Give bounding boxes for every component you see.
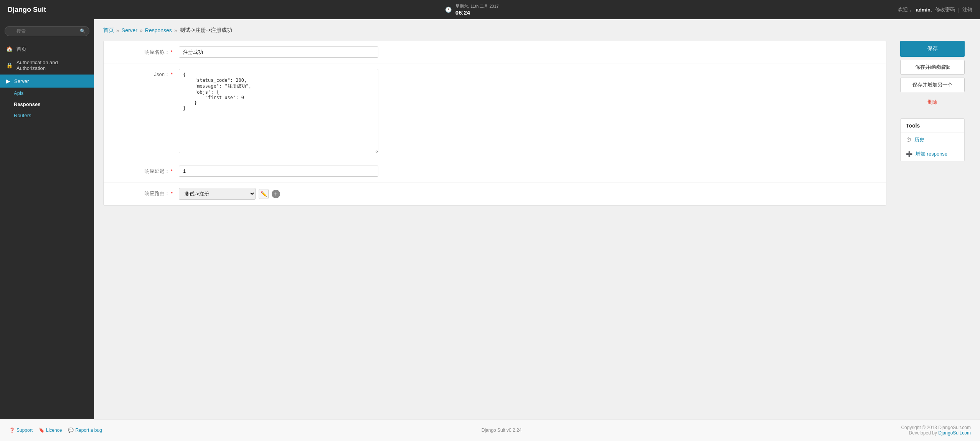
clock-icon: 🕐 <box>445 7 452 13</box>
delete-button[interactable]: 删除 <box>900 95 965 109</box>
save-continue-button[interactable]: 保存并继续编辑 <box>900 60 965 75</box>
separator: | <box>958 7 959 13</box>
form-row-delay: 响应延迟：* <box>104 160 886 182</box>
add-route-button[interactable]: + <box>272 190 280 198</box>
history-label: 历史 <box>914 136 924 143</box>
name-label: 响应名称：* <box>110 46 179 56</box>
breadcrumb-current: 测试->注册->注册成功 <box>180 27 233 34</box>
breadcrumb-sep3: » <box>174 27 177 33</box>
route-control: 测试->注册 ✏️ + <box>179 188 378 200</box>
route-label: 响应路由：* <box>110 188 179 197</box>
lock-icon: 🔒 <box>6 62 13 68</box>
sidebar-routers-label: Routers <box>14 113 31 118</box>
delay-label: 响应延迟：* <box>110 166 179 175</box>
save-add-button[interactable]: 保存并增加另一个 <box>900 78 965 92</box>
server-chevron-icon: ▶ <box>6 78 10 84</box>
name-control <box>179 46 378 58</box>
footer: ❓ Support 🔖 Licence 💬 Report a bug Djang… <box>0 419 980 441</box>
sidebar-sub-item-responses[interactable]: Responses <box>0 99 94 110</box>
report-bug-link[interactable]: 💬 Report a bug <box>68 428 102 433</box>
licence-icon: 🔖 <box>39 428 45 433</box>
add-response-link[interactable]: ➕ 增加 response <box>901 147 964 161</box>
add-response-icon: ➕ <box>906 151 912 157</box>
sidebar-home-label: 首页 <box>16 46 26 53</box>
sidebar-apis-label: Apis <box>14 90 23 96</box>
form-section: 响应名称：* Json：* <box>103 41 886 206</box>
sidebar-responses-label: Responses <box>14 101 40 107</box>
name-input[interactable] <box>179 46 378 58</box>
header-date: 星期六, 11th 二月 2017 <box>455 3 499 9</box>
sidebar-search-area: 🔍 <box>0 23 94 39</box>
change-password-link[interactable]: 修改密码 <box>935 6 955 13</box>
delay-required: * <box>171 168 173 174</box>
sidebar-item-auth[interactable]: 🔒 Authentication and Authorization <box>0 56 94 75</box>
header-right: 欢迎， admin. 修改密码 | 注销 <box>898 6 972 13</box>
delay-input[interactable] <box>179 166 378 177</box>
sidebar-sub-item-apis[interactable]: Apis <box>0 88 94 99</box>
licence-link[interactable]: 🔖 Licence <box>39 428 62 433</box>
search-icon: 🔍 <box>80 28 86 34</box>
sidebar-auth-label: Authentication and Authorization <box>16 60 88 71</box>
right-sidebar: 保存 保存并继续编辑 保存并增加另一个 删除 Tools ⏱ 历史 ➕ 增加 r… <box>894 41 971 161</box>
logout-link[interactable]: 注销 <box>962 6 972 13</box>
content-wrapper: 响应名称：* Json：* <box>103 41 971 206</box>
welcome-text: 欢迎， <box>898 6 913 13</box>
main-layout: 🔍 🏠 首页 🔒 Authentication and Authorizatio… <box>0 19 980 419</box>
footer-right: Copyright © 2013 DjangoSuit.com Develope… <box>901 425 971 436</box>
support-icon: ❓ <box>9 428 15 433</box>
header-center: 🕐 星期六, 11th 二月 2017 06:24 <box>445 3 499 16</box>
history-link[interactable]: ⏱ 历史 <box>901 133 964 147</box>
top-header: Django Suit 🕐 星期六, 11th 二月 2017 06:24 欢迎… <box>0 0 980 19</box>
sidebar-item-server[interactable]: ▶ Server <box>0 75 94 88</box>
select-wrapper: 测试->注册 ✏️ + <box>179 188 378 200</box>
breadcrumb-server[interactable]: Server <box>122 27 137 33</box>
sidebar-item-home[interactable]: 🏠 首页 <box>0 42 94 56</box>
history-icon: ⏱ <box>906 137 911 143</box>
header-time: 06:24 <box>455 9 499 16</box>
copyright-text: Copyright © 2013 DjangoSuit.com <box>901 425 971 430</box>
save-button[interactable]: 保存 <box>900 41 965 57</box>
json-required: * <box>171 71 173 77</box>
form-row-route: 响应路由：* 测试->注册 ✏️ + <box>104 182 886 205</box>
report-bug-icon: 💬 <box>68 428 74 433</box>
tools-box: Tools ⏱ 历史 ➕ 增加 response <box>900 118 965 161</box>
route-required: * <box>171 191 173 196</box>
djangosuit-link[interactable]: DjangoSuit.com <box>938 430 971 436</box>
json-control <box>179 69 378 154</box>
footer-left: ❓ Support 🔖 Licence 💬 Report a bug <box>9 428 102 433</box>
json-textarea[interactable] <box>179 69 378 153</box>
admin-name: admin. <box>916 7 932 13</box>
breadcrumb: 首页 » Server » Responses » 测试->注册->注册成功 <box>103 27 971 34</box>
search-input[interactable] <box>5 26 89 36</box>
route-select[interactable]: 测试->注册 <box>179 188 256 200</box>
footer-version: Django Suit v0.2.24 <box>482 428 522 433</box>
name-required: * <box>171 49 173 55</box>
breadcrumb-sep2: » <box>140 27 143 33</box>
edit-route-button[interactable]: ✏️ <box>259 189 269 199</box>
breadcrumb-responses[interactable]: Responses <box>145 27 172 33</box>
form-card: 响应名称：* Json：* <box>103 41 886 206</box>
support-link[interactable]: ❓ Support <box>9 428 33 433</box>
form-row-json: Json：* <box>104 63 886 160</box>
sidebar-server-label: Server <box>14 78 29 84</box>
breadcrumb-sep1: » <box>116 27 119 33</box>
home-icon: 🏠 <box>6 46 13 52</box>
developed-by: Developed by DjangoSuit.com <box>901 430 971 436</box>
json-label: Json：* <box>110 69 179 78</box>
tools-title: Tools <box>901 119 964 133</box>
content-area: 首页 » Server » Responses » 测试->注册->注册成功 响… <box>94 19 980 419</box>
sidebar: 🔍 🏠 首页 🔒 Authentication and Authorizatio… <box>0 19 94 419</box>
add-response-label: 增加 response <box>916 151 947 158</box>
delay-control <box>179 166 378 177</box>
app-title: Django Suit <box>8 6 46 14</box>
form-row-name: 响应名称：* <box>104 41 886 63</box>
sidebar-sub-item-routers[interactable]: Routers <box>0 110 94 121</box>
breadcrumb-home[interactable]: 首页 <box>103 27 114 34</box>
